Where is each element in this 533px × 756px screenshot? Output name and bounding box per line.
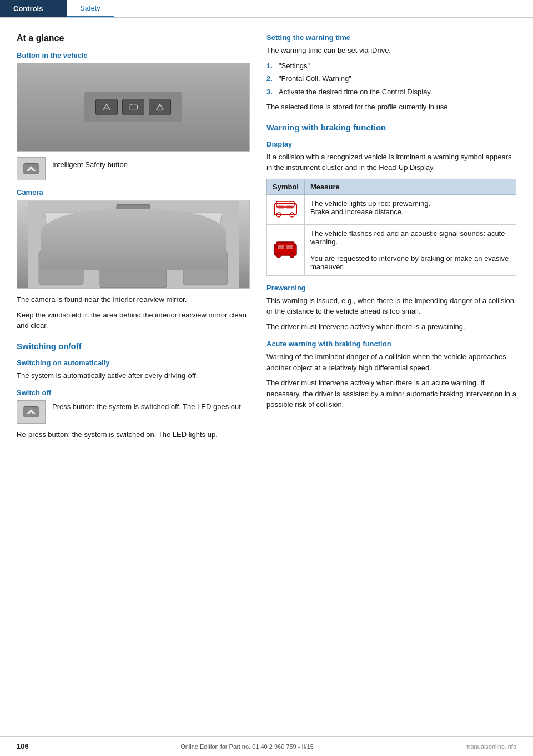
svg-rect-5 [44, 246, 78, 256]
svg-point-9 [129, 218, 138, 227]
svg-rect-8 [117, 204, 150, 214]
camera-desc1: The camera is found near the interior re… [17, 294, 250, 305]
svg-marker-11 [129, 214, 137, 221]
warning-table: Symbol Measure [266, 179, 516, 276]
svg-rect-17 [278, 205, 284, 209]
acute-warning-car-icon [273, 240, 298, 259]
svg-rect-24 [286, 245, 293, 249]
switch-off-desc2: Re-press button: the system is switched … [17, 429, 250, 440]
step-3: 3. Activate the desired time on the Cont… [266, 87, 516, 98]
svg-rect-18 [286, 205, 293, 209]
svg-rect-6 [189, 246, 222, 256]
svg-rect-3 [39, 251, 83, 285]
right-column: Setting the warning time The warning tim… [266, 29, 516, 445]
svg-rect-7 [100, 257, 167, 288]
page-number: 106 [17, 742, 29, 750]
page-content: At a glance Button in the vehicle [0, 18, 533, 478]
display-heading: Display [266, 140, 516, 148]
warning-braking-heading: Warning with braking function [266, 123, 516, 132]
svg-rect-4 [183, 251, 228, 285]
prewarning-heading: Prewarning [266, 284, 516, 292]
display-desc: If a collision with a recognized vehicle… [266, 152, 516, 173]
logo-text: manualsonline.info [465, 743, 516, 750]
page-header: Controls Safety [0, 0, 533, 18]
camera-heading: Camera [17, 188, 250, 196]
step-num-1: 1. [266, 61, 275, 72]
at-a-glance-title: At a glance [17, 33, 250, 43]
prewarning-desc2: The driver must intervene actively when … [266, 321, 516, 332]
safety-label: Safety [80, 4, 100, 12]
header-controls-tab[interactable]: Controls [0, 0, 67, 17]
table-row-1-measure: The vehicle lights up red: prewarning. B… [304, 194, 516, 224]
row2-measure2: You are requested to intervene by brakin… [310, 254, 509, 271]
setting-warning-time-desc: The warning time can be set via iDrive. [266, 45, 516, 56]
step-text-2: "Frontal Coll. Warning" [279, 73, 351, 84]
table-row-2-measure: The vehicle flashes red and an acoustic … [304, 224, 516, 275]
steps-list: 1. "Settings" 2. "Frontal Coll. Warning"… [266, 61, 516, 98]
intelligent-safety-label: Intelligent Safety button [52, 157, 128, 170]
svg-point-22 [290, 253, 294, 258]
page-footer: 106 Online Edition for Part no. 01 40 2 … [0, 736, 533, 756]
switch-off-icon [23, 404, 39, 420]
switch-off-icon-box [17, 400, 46, 424]
table-header-measure: Measure [304, 179, 516, 194]
svg-rect-0 [129, 105, 138, 109]
switching-on-auto-desc: The system is automatically active after… [17, 370, 250, 381]
intelligent-safety-row: Intelligent Safety button [17, 157, 250, 180]
button-icon-1 [95, 99, 118, 115]
camera-desc2: Keep the windshield in the area behind t… [17, 310, 250, 331]
button-in-vehicle-heading: Button in the vehicle [17, 51, 250, 59]
table-row-2-icon [267, 224, 305, 275]
table-row-1-icon [267, 194, 305, 224]
switch-off-icon-label: Press button: the system is switched off… [52, 400, 243, 412]
intelligent-safety-icon-box [17, 157, 46, 180]
camera-image [17, 200, 250, 289]
button-image [17, 63, 250, 152]
button-icon-3 [149, 99, 171, 115]
row2-measure1: The vehicle flashes red and an acoustic … [310, 229, 505, 246]
switch-off-row: Press button: the system is switched off… [17, 400, 250, 424]
online-edition-text: Online Edition for Part no. 01 40 2 960 … [180, 743, 314, 750]
row1-measure2: Brake and increase distance. [310, 208, 404, 216]
prewarning-car-icon [273, 199, 298, 218]
step-text-1: "Settings" [279, 61, 310, 72]
step-text-3: Activate the desired time on the Control… [279, 87, 433, 98]
acute-warning-heading: Acute warning with braking function [266, 340, 516, 348]
svg-rect-23 [278, 245, 284, 249]
svg-point-21 [276, 253, 281, 258]
switching-on-auto-heading: Switching on automatically [17, 359, 250, 367]
prewarning-desc1: This warning is issued, e.g., when there… [266, 295, 516, 317]
left-column: At a glance Button in the vehicle [17, 29, 250, 445]
switch-off-heading: Switch off [17, 389, 250, 397]
setting-warning-footer: The selected time is stored for the prof… [266, 102, 516, 113]
table-header-symbol: Symbol [267, 179, 305, 194]
step-1: 1. "Settings" [266, 61, 516, 72]
table-row-1: The vehicle lights up red: prewarning. B… [267, 194, 516, 224]
switching-onoff-heading: Switching on/off [17, 341, 250, 351]
svg-point-10 [131, 220, 135, 225]
setting-warning-time-heading: Setting the warning time [266, 33, 516, 42]
table-row-2: The vehicle flashes red and an acoustic … [267, 224, 516, 275]
step-num-3: 3. [266, 87, 275, 98]
controls-label: Controls [13, 4, 43, 13]
acute-warning-desc2: The driver must intervene actively when … [266, 377, 516, 410]
step-num-2: 2. [266, 73, 275, 84]
acute-warning-desc1: Warning of the imminent danger of a coll… [266, 351, 516, 373]
step-2: 2. "Frontal Coll. Warning" [266, 73, 516, 84]
button-icon-2 [122, 99, 144, 115]
dashboard-panel [84, 92, 182, 122]
camera-svg [28, 201, 239, 288]
header-safety-tab[interactable]: Safety [67, 0, 114, 17]
intelligent-safety-icon [23, 160, 39, 177]
row1-measure1: The vehicle lights up red: prewarning. [310, 199, 430, 208]
